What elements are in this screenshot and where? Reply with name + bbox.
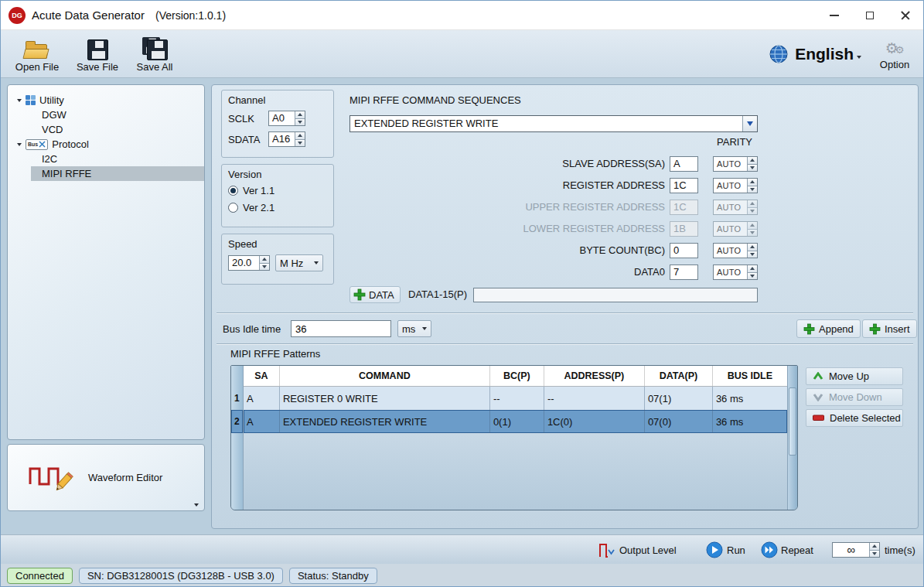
speed-unit-label: M Hz (280, 258, 303, 269)
save-file-button[interactable]: Save File (69, 34, 126, 73)
slave-address-input[interactable]: A (670, 156, 698, 172)
version-group: Version Ver 1.1 Ver 2.1 (221, 164, 334, 227)
table-row[interactable]: A REGISTER 0 WRITE -- -- 07(1) 36 ms (244, 387, 787, 410)
byte-count-input[interactable]: 0 (670, 243, 698, 258)
sclk-spinner[interactable]: A0 (268, 111, 305, 126)
sidebar-item-i2c[interactable]: I2C (31, 152, 204, 166)
main-toolbar: Open File Save File Save All (1, 30, 923, 78)
spin-down-icon[interactable] (260, 263, 269, 271)
spin-down-icon[interactable] (295, 118, 305, 126)
spin-up-icon[interactable] (748, 179, 757, 186)
speed-unit-dropdown[interactable]: M Hz (275, 254, 323, 271)
expand-arrow-icon[interactable] (17, 99, 22, 102)
insert-button[interactable]: Insert (862, 319, 917, 338)
data0-parity-spinner[interactable]: AUTO (713, 264, 758, 280)
spin-up-icon[interactable] (748, 157, 757, 164)
register-address-parity-spinner[interactable]: AUTO (713, 178, 758, 193)
spin-down-icon[interactable] (748, 164, 757, 172)
version-1-1-radio[interactable]: Ver 1.1 (228, 185, 327, 196)
window-version: (Version:1.0.1) (155, 9, 226, 22)
save-file-icon (87, 39, 108, 60)
app-logo-icon: DG (9, 7, 26, 24)
column-header-address[interactable]: ADDRESS(P) (544, 366, 645, 386)
delete-selected-button[interactable]: Delete Selected (806, 409, 903, 427)
scrollbar-thumb[interactable] (789, 387, 796, 456)
spin-up-icon[interactable] (748, 244, 757, 251)
maximize-button[interactable] (852, 1, 888, 30)
spin-up-icon[interactable] (260, 256, 269, 263)
spin-down-icon[interactable] (748, 272, 757, 280)
move-up-button[interactable]: Move Up (806, 367, 903, 385)
speed-spinner[interactable]: 20.0 (228, 255, 270, 271)
sidebar-item-protocol[interactable]: Bus Protocol (8, 137, 204, 152)
utility-icon (26, 95, 36, 105)
column-header-command[interactable]: COMMAND (280, 366, 490, 386)
append-button[interactable]: Append (796, 319, 861, 338)
version-2-1-radio[interactable]: Ver 2.1 (228, 202, 327, 213)
panel-expand-icon[interactable] (194, 503, 199, 507)
table-header-row: SA COMMAND BC(P) ADDRESS(P) DATA(P) BUS … (244, 366, 787, 387)
channel-group: Channel SCLK A0 SDATA A16 (221, 90, 334, 158)
spin-up-icon[interactable] (295, 111, 305, 118)
sdata-spinner[interactable]: A16 (268, 131, 305, 147)
slave-address-parity-spinner[interactable]: AUTO (713, 156, 758, 172)
slave-address-label: SLAVE ADDRESS(SA) (349, 158, 665, 169)
move-down-button[interactable]: Move Down (806, 388, 903, 406)
option-button[interactable]: ⚙⚙ Option (874, 39, 915, 70)
bus-idle-input[interactable] (291, 320, 391, 337)
patterns-title: MIPI RFFE Patterns (230, 348, 320, 360)
spin-up-icon[interactable] (748, 265, 757, 272)
data1-15-input[interactable] (473, 288, 758, 302)
spin-up-icon[interactable] (870, 543, 879, 550)
sidebar-item-mipi-rffe[interactable]: MIPI RFFE (31, 166, 204, 181)
save-all-icon (142, 37, 168, 60)
minimize-button[interactable] (817, 1, 852, 30)
device-status-badge: Status: Standby (289, 568, 377, 584)
sidebar-item-utility[interactable]: Utility (8, 93, 204, 108)
navigation-tree: Utility DGW VCD Bus Protocol I2C MIPI RF… (7, 84, 205, 440)
waveform-editor-button[interactable]: Waveform Editor (7, 444, 205, 511)
column-header-bc[interactable]: BC(P) (490, 366, 544, 386)
language-label: English (795, 45, 854, 63)
sidebar-item-vcd[interactable]: VCD (31, 122, 204, 137)
row-number[interactable]: 1 (231, 387, 243, 410)
bus-idle-label: Bus Idle time (223, 323, 281, 335)
repeat-button[interactable]: Repeat (781, 544, 813, 556)
spin-down-icon[interactable] (748, 251, 757, 258)
command-dropdown-value: EXTENDED REGISTER WRITE (350, 116, 742, 131)
save-all-button[interactable]: Save All (126, 34, 183, 73)
table-row-selected[interactable]: A EXTENDED REGISTER WRITE 0(1) 1C(0) 07(… (244, 410, 787, 433)
spin-down-icon[interactable] (295, 139, 305, 147)
run-button[interactable]: Run (727, 544, 745, 556)
column-header-sa[interactable]: SA (244, 366, 280, 386)
column-header-bus-idle[interactable]: BUS IDLE (713, 366, 787, 386)
add-data-label: DATA (369, 289, 394, 301)
spin-down-icon (748, 207, 757, 215)
dropdown-button[interactable] (742, 116, 757, 131)
data0-input[interactable]: 7 (670, 264, 698, 280)
output-level-button[interactable]: Output Level (619, 544, 677, 556)
repeat-count-spinner[interactable]: ∞ (832, 542, 880, 558)
bus-idle-unit-dropdown[interactable]: ms (397, 320, 431, 337)
add-data-button[interactable]: DATA (349, 286, 401, 303)
expand-arrow-icon[interactable] (17, 143, 22, 146)
spin-down-icon[interactable] (870, 550, 879, 558)
close-button[interactable] (888, 1, 923, 30)
sidebar-item-dgw[interactable]: DGW (31, 108, 204, 122)
repeat-icon[interactable] (761, 541, 778, 558)
move-down-label: Move Down (829, 391, 882, 403)
run-icon[interactable] (706, 541, 723, 558)
protocol-bus-icon: Bus (26, 139, 48, 150)
minimize-icon (830, 15, 839, 16)
register-address-input[interactable]: 1C (670, 178, 698, 193)
open-file-button[interactable]: Open File (9, 34, 66, 73)
table-scrollbar[interactable] (787, 366, 797, 510)
command-dropdown[interactable]: EXTENDED REGISTER WRITE (349, 115, 758, 132)
column-header-data[interactable]: DATA(P) (645, 366, 713, 386)
spin-up-icon[interactable] (295, 132, 305, 139)
byte-count-parity-spinner[interactable]: AUTO (713, 243, 758, 258)
row-number[interactable]: 2 (231, 410, 243, 433)
language-dropdown[interactable]: English (795, 45, 861, 63)
spin-down-icon[interactable] (748, 186, 757, 193)
plus-icon (353, 288, 366, 301)
